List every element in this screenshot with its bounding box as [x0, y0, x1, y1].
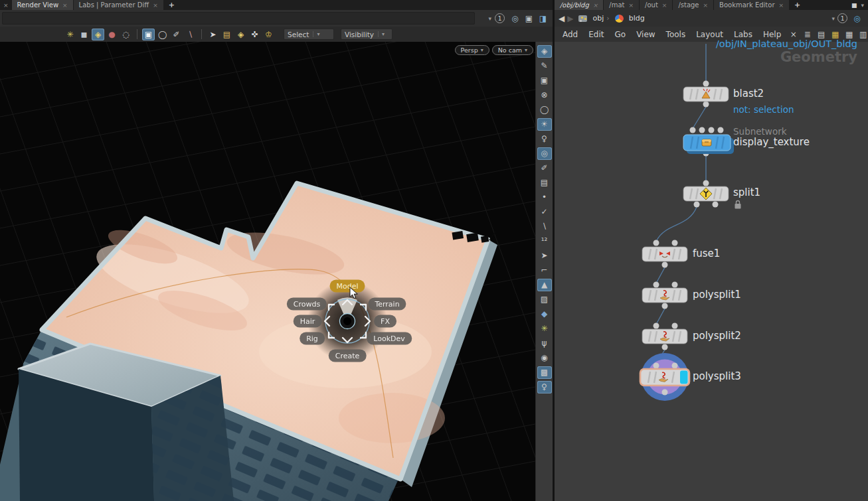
path-menu-caret-icon[interactable]: ▾ [831, 15, 835, 22]
desktop-windows-icon[interactable]: ▥ [857, 29, 868, 40]
close-icon[interactable]: × [153, 2, 158, 9]
corner-ruler-icon[interactable]: ⌐ [537, 264, 552, 277]
radial-item-hair[interactable]: Hair [294, 315, 322, 328]
path-segment-obj[interactable]: obj [576, 13, 604, 25]
node-label-polysplit3[interactable]: polysplit3 [693, 370, 741, 382]
node-polysplit2[interactable] [642, 329, 687, 344]
radial-item-terrain[interactable]: Terrain [368, 298, 406, 311]
scene-viewport[interactable]: Persp ▾ No cam ▾ Model Crowds Terrain Ha… [0, 42, 535, 501]
hook-icon[interactable]: ✓ [537, 206, 552, 218]
prong-icon[interactable]: ψ [537, 337, 552, 350]
hand-count-icon[interactable]: ➤ [537, 250, 552, 262]
pane-menu-caret-icon[interactable]: ▾ [861, 2, 864, 9]
light-pin-icon[interactable]: ☀ [537, 118, 552, 131]
radial-item-rig[interactable]: Rig [300, 332, 325, 345]
image-plane-icon[interactable]: ▩ [537, 366, 552, 379]
back-arrow-icon[interactable]: ◀ [559, 14, 564, 23]
new-tab-button[interactable]: + [164, 0, 179, 10]
snapshot-target-icon[interactable]: ◎ [509, 13, 521, 25]
menu-view[interactable]: View [631, 30, 660, 39]
select-arrow-icon[interactable]: ➤ [207, 29, 219, 40]
dashed-circle-icon[interactable]: ◌ [120, 29, 132, 40]
snapshot-count-badge[interactable]: 1 [495, 13, 505, 23]
tab-bookmark-editor[interactable]: Bookmark Editor × [714, 0, 789, 10]
node-label-fuse1[interactable]: fuse1 [693, 248, 720, 259]
perspective-badge[interactable]: Persp ▾ [455, 45, 489, 55]
pane-close-icon[interactable]: × [0, 0, 12, 10]
menu-help[interactable]: Help [758, 30, 786, 39]
no-pin-icon[interactable]: ⊗ [537, 89, 552, 102]
history-count-badge[interactable]: 1 [837, 13, 847, 23]
node-label-polysplit1[interactable]: polysplit1 [693, 289, 741, 301]
close-icon[interactable]: × [662, 2, 667, 9]
network-editor[interactable]: /obj/IN_plateau_obj/OUT_bldg Geometry [553, 42, 868, 501]
menu-edit[interactable]: Edit [583, 30, 609, 39]
crown-icon[interactable]: ♔ [262, 29, 275, 40]
radial-item-create[interactable]: Create [329, 350, 367, 362]
lifesaver-icon[interactable]: ◎ [537, 147, 552, 160]
close-icon[interactable]: × [593, 2, 598, 9]
close-icon[interactable]: × [629, 2, 634, 9]
node-fuse1[interactable] [642, 247, 687, 261]
lasso-select-icon[interactable]: ◯ [156, 29, 169, 40]
dot-icon[interactable]: • [537, 191, 552, 204]
radial-item-lookdev[interactable]: LookDev [367, 332, 412, 345]
select-mode-dropdown[interactable]: Select ▾ [284, 29, 334, 40]
node-polysplit3[interactable] [640, 369, 689, 386]
tab-mat[interactable]: /mat × [604, 0, 639, 10]
snapshot-edit-icon[interactable]: ✎ [537, 60, 552, 72]
radial-item-crowds[interactable]: Crowds [287, 298, 327, 311]
menu-go[interactable]: Go [609, 30, 631, 39]
new-tab-button[interactable]: + [790, 0, 805, 10]
node-blast2[interactable] [683, 87, 729, 102]
forward-arrow-icon[interactable]: ▶ [567, 14, 573, 23]
point-marker-icon[interactable]: ● [106, 29, 118, 40]
shaded-view-icon[interactable]: ◼ [78, 29, 90, 40]
menu-add[interactable]: Add [557, 30, 583, 39]
cone-icon[interactable]: ▲ [537, 279, 552, 291]
translate-handle-icon[interactable]: ▤ [220, 29, 233, 40]
eye-edit-icon[interactable]: ✐ [537, 162, 552, 175]
brush-select-icon[interactable]: ✐ [170, 29, 183, 40]
camera-lock-icon[interactable]: ▣ [537, 74, 552, 87]
tab-stage[interactable]: /stage × [673, 0, 713, 10]
node-display-texture[interactable] [683, 135, 734, 154]
radial-item-model[interactable]: Model [329, 280, 365, 293]
geometry-cube-icon[interactable]: ▣ [523, 13, 535, 25]
needle-icon[interactable]: ∖ [537, 220, 552, 233]
node-label-blast2[interactable]: blast2 [733, 88, 764, 100]
radial-item-fx[interactable]: FX [374, 315, 396, 328]
cursor-snap-icon[interactable]: ✜ [248, 29, 261, 40]
node-connectors[interactable] [653, 81, 724, 395]
menu-layout[interactable]: Layout [691, 30, 729, 39]
close-icon[interactable]: × [62, 2, 68, 9]
camera-badge[interactable]: No cam ▾ [492, 45, 533, 55]
display-options-icon[interactable]: ◨ [537, 13, 549, 25]
box-edit-icon[interactable]: ▤ [537, 177, 552, 189]
node-label-display-texture[interactable]: display_texture [733, 136, 810, 148]
snap-grid-icon[interactable]: ◈ [92, 29, 104, 40]
viewport-menu-caret-icon[interactable]: ▾ [488, 15, 491, 22]
path-segment-bldg[interactable]: bldg [612, 13, 645, 25]
tab-render-view[interactable]: Render View × [12, 0, 73, 10]
checker-icon[interactable]: ▨ [537, 293, 552, 306]
circle-lines-icon[interactable]: ◉ [537, 352, 552, 364]
tab-out[interactable]: /out × [640, 0, 672, 10]
point-count-icon[interactable]: ¹² [537, 235, 552, 248]
menu-tools[interactable]: Tools [661, 30, 691, 39]
view-ring-icon[interactable]: ◯ [537, 104, 552, 116]
diamond-icon[interactable]: ◆ [537, 308, 552, 321]
view-mode-icon[interactable]: ◈ [537, 45, 552, 58]
tab-obj-bldg[interactable]: /obj/bldg × [555, 0, 603, 10]
follow-target-icon[interactable]: ◎ [851, 13, 863, 25]
menu-labs[interactable]: Labs [729, 30, 758, 39]
snap-diamond-icon[interactable]: ◈ [234, 29, 247, 40]
node-label-polysplit2[interactable]: polysplit2 [693, 330, 741, 342]
visibility-dropdown[interactable]: Visibility ▾ [341, 29, 392, 40]
show-points-icon[interactable]: ✳ [64, 29, 76, 40]
pin-icon[interactable]: ♀ [537, 133, 552, 145]
node-polysplit1[interactable] [642, 288, 687, 303]
viewport-path-field[interactable] [2, 12, 475, 25]
box-select-icon[interactable]: ▣ [142, 29, 155, 40]
tab-labs-parameter-diff[interactable]: Labs | Parameter Diff × [74, 0, 163, 10]
